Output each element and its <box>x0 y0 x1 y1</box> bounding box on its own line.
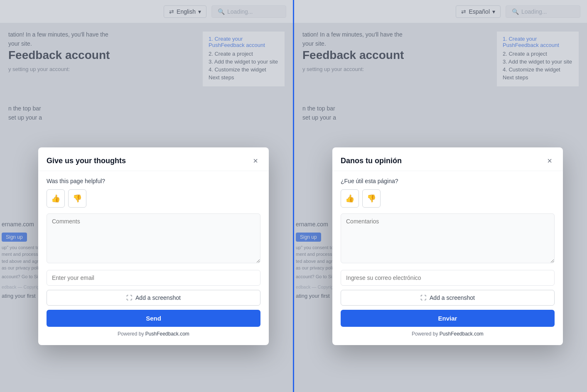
add-screenshot-button-es[interactable]: ⛶ Add a screenshot <box>341 290 555 306</box>
thumbs-up-icon: 👍 <box>51 194 60 203</box>
modal-container-es: Danos tu opinión × ¿Fue útil esta página… <box>332 147 563 345</box>
powered-by-prefix-es: Powered by <box>412 331 440 337</box>
screenshot-icon-es: ⛶ <box>420 294 426 301</box>
thumbs-down-icon-es: 👎 <box>367 194 376 203</box>
powered-by-brand: PushFeedback.com <box>145 331 189 337</box>
powered-by-es: Powered by PushFeedback.com <box>341 331 555 338</box>
modal-body-es: ¿Fue útil esta página? 👍 👎 ⛶ Add a scree… <box>332 171 563 345</box>
panel-english: ⇄ English ▾ 🔍 Loading... 1. Create your … <box>0 0 293 392</box>
thumbs-down-button-es[interactable]: 👎 <box>362 189 381 208</box>
screenshot-label-es: Add a screenshot <box>430 294 475 301</box>
screenshot-label: Add a screenshot <box>135 294 181 301</box>
send-button[interactable]: Send <box>47 310 260 327</box>
panel-spanish: ⇄ Español ▾ 🔍 Loading... 1. Create your … <box>294 0 587 392</box>
email-input[interactable] <box>47 270 260 286</box>
thumbs-down-button[interactable]: 👎 <box>68 189 86 208</box>
screenshot-icon: ⛶ <box>126 294 132 301</box>
add-screenshot-button[interactable]: ⛶ Add a screenshot <box>47 290 260 306</box>
comments-textarea[interactable] <box>47 213 260 263</box>
modal-header: Give us your thoughts × <box>38 147 269 171</box>
close-button-es[interactable]: × <box>545 156 555 166</box>
modal-container: Give us your thoughts × Was this page he… <box>38 147 269 345</box>
modal-title: Give us your thoughts <box>47 157 126 165</box>
feedback-modal-spanish: Danos tu opinión × ¿Fue útil esta página… <box>332 147 563 345</box>
powered-by-prefix: Powered by <box>118 331 145 337</box>
helpful-question-es: ¿Fue útil esta página? <box>341 178 555 184</box>
feedback-modal-english: Give us your thoughts × Was this page he… <box>38 147 269 345</box>
modal-title-es: Danos tu opinión <box>341 157 402 165</box>
thumbs-up-button-es[interactable]: 👍 <box>341 189 359 208</box>
comments-textarea-es[interactable] <box>341 213 555 263</box>
close-button[interactable]: × <box>251 156 260 166</box>
modal-header-es: Danos tu opinión × <box>332 147 563 171</box>
thumb-row-es: 👍 👎 <box>341 189 555 208</box>
powered-by-brand-es: PushFeedback.com <box>440 331 484 337</box>
modal-body: Was this page helpful? 👍 👎 ⛶ Add a scree… <box>38 171 269 345</box>
thumbs-up-button[interactable]: 👍 <box>47 189 65 208</box>
thumbs-up-icon-es: 👍 <box>345 194 354 203</box>
thumbs-down-icon: 👎 <box>73 194 82 203</box>
powered-by: Powered by PushFeedback.com <box>47 331 260 338</box>
email-input-es[interactable] <box>341 270 555 286</box>
send-button-es[interactable]: Enviar <box>341 310 555 327</box>
helpful-question: Was this page helpful? <box>47 178 260 184</box>
thumb-row: 👍 👎 <box>47 189 260 208</box>
